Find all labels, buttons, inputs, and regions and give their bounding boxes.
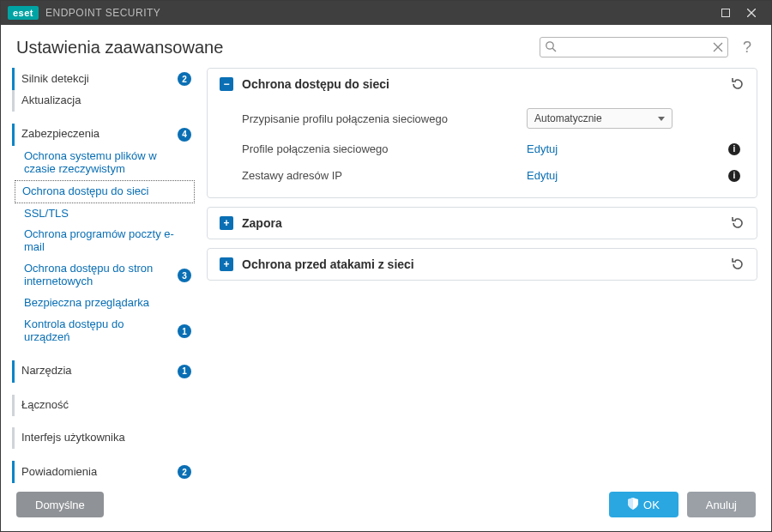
info-icon[interactable]: i xyxy=(728,170,740,182)
expand-icon[interactable]: + xyxy=(220,216,233,230)
page-header: Ustawienia zaawansowane ? xyxy=(1,25,771,64)
sidebar-item-label: Aktualizacja xyxy=(21,94,191,107)
badge: 4 xyxy=(178,128,191,142)
ok-button[interactable]: OK xyxy=(609,492,679,517)
window-maximize-button[interactable] xyxy=(713,1,739,25)
sidebar-item-label: Interfejs użytkownika xyxy=(21,432,191,444)
panel-2: +Ochrona przed atakami z sieci xyxy=(207,248,757,281)
sidebar-item-label: Łączność xyxy=(21,399,191,412)
setting-label: Przypisanie profilu połączenia siecioweg… xyxy=(242,112,518,125)
search-clear-button[interactable] xyxy=(713,40,723,56)
expand-icon[interactable]: + xyxy=(220,257,233,271)
panel-header[interactable]: −Ochrona dostępu do sieci xyxy=(208,69,757,100)
sidebar-item-label: Kontrola dostępu do urządzeń xyxy=(24,318,172,344)
sidebar-item-5[interactable]: SSL/TLS xyxy=(15,203,195,225)
setting-row-2: Zestawy adresów IPEdytuji xyxy=(208,162,757,189)
panel-header[interactable]: +Zapora xyxy=(208,208,757,239)
sidebar-item-label: Narzędzia xyxy=(21,365,172,378)
search-box xyxy=(540,37,728,57)
profile-select[interactable]: Automatycznie xyxy=(527,108,672,129)
setting-label: Profile połączenia sieciowego xyxy=(242,142,518,155)
badge: 2 xyxy=(178,72,191,86)
sidebar-item-4[interactable]: Ochrona dostępu do sieci xyxy=(15,180,195,203)
badge: 1 xyxy=(178,365,191,378)
shield-icon xyxy=(628,498,638,512)
titlebar: eset ENDPOINT SECURITY xyxy=(1,1,771,25)
panel-title: Zapora xyxy=(242,216,722,230)
sidebar-item-label: Ochrona systemu plików w czasie rzeczywi… xyxy=(24,150,191,176)
search-icon xyxy=(545,40,557,56)
revert-button[interactable] xyxy=(731,77,745,91)
info-cell: i xyxy=(724,143,745,155)
revert-icon xyxy=(731,257,745,271)
badge: 1 xyxy=(178,324,191,338)
sidebar-item-10[interactable]: Narzędzia1 xyxy=(12,360,195,383)
sidebar-item-label: Ochrona programów poczty e-mail xyxy=(24,228,191,254)
revert-icon xyxy=(731,77,745,91)
edit-link[interactable]: Edytuj xyxy=(527,169,558,182)
badge: 3 xyxy=(178,269,191,282)
svg-line-4 xyxy=(552,48,556,51)
cancel-button[interactable]: Anuluj xyxy=(687,492,756,517)
panel-body: Przypisanie profilu połączenia siecioweg… xyxy=(208,100,757,197)
close-icon xyxy=(747,9,756,17)
sidebar-item-12[interactable]: Interfejs użytkownika xyxy=(12,427,195,449)
sidebar-item-label: SSL/TLS xyxy=(24,208,191,221)
svg-point-3 xyxy=(546,42,553,49)
sidebar-item-3[interactable]: Ochrona systemu plików w czasie rzeczywi… xyxy=(15,146,195,180)
revert-button[interactable] xyxy=(731,216,745,230)
info-cell: i xyxy=(724,170,745,182)
setting-label: Zestawy adresów IP xyxy=(242,169,518,182)
product-name: ENDPOINT SECURITY xyxy=(45,7,160,19)
sidebar-item-1[interactable]: Aktualizacja xyxy=(12,90,195,112)
footer: Domyślne OK Anuluj xyxy=(1,492,771,531)
setting-value: Edytuj xyxy=(527,169,715,182)
sidebar-item-label: Zabezpieczenia xyxy=(21,128,172,141)
sidebar-item-label: Ochrona dostępu do sieci xyxy=(22,185,190,198)
setting-row-0: Przypisanie profilu połączenia siecioweg… xyxy=(208,101,757,136)
window-close-button[interactable] xyxy=(739,1,764,25)
sidebar-item-label: Ochrona dostępu do stron internetowych xyxy=(24,263,172,288)
clear-icon xyxy=(713,42,723,52)
sidebar-item-2[interactable]: Zabezpieczenia4 xyxy=(12,124,195,146)
panel-title: Ochrona przed atakami z sieci xyxy=(242,257,722,271)
sidebar-item-6[interactable]: Ochrona programów poczty e-mail xyxy=(15,224,195,258)
sidebar-item-11[interactable]: Łączność xyxy=(12,395,195,416)
setting-row-1: Profile połączenia sieciowegoEdytuji xyxy=(208,136,757,162)
revert-icon xyxy=(731,216,745,230)
defaults-button[interactable]: Domyślne xyxy=(16,492,104,517)
search-input[interactable] xyxy=(540,37,728,57)
brand: eset ENDPOINT SECURITY xyxy=(8,6,160,20)
badge: 2 xyxy=(178,465,191,479)
edit-link[interactable]: Edytuj xyxy=(527,142,558,155)
page-title: Ustawienia zaawansowane xyxy=(16,38,529,57)
info-icon[interactable]: i xyxy=(728,143,740,155)
main-content: −Ochrona dostępu do sieciPrzypisanie pro… xyxy=(207,68,757,483)
sidebar-item-13[interactable]: Powiadomienia2 xyxy=(12,461,195,483)
collapse-icon[interactable]: − xyxy=(220,77,233,91)
panel-header[interactable]: +Ochrona przed atakami z sieci xyxy=(208,249,757,280)
eset-logo: eset xyxy=(8,6,39,20)
sidebar-item-0[interactable]: Silnik detekcji2 xyxy=(12,68,195,90)
panel-0: −Ochrona dostępu do sieciPrzypisanie pro… xyxy=(207,68,757,198)
setting-value: Edytuj xyxy=(527,142,715,155)
panel-title: Ochrona dostępu do sieci xyxy=(242,77,722,91)
sidebar-item-label: Powiadomienia xyxy=(21,466,172,479)
help-button[interactable]: ? xyxy=(739,39,756,57)
ok-button-label: OK xyxy=(643,499,660,511)
sidebar-item-label: Silnik detekcji xyxy=(21,73,172,86)
svg-rect-0 xyxy=(722,9,730,17)
revert-button[interactable] xyxy=(731,257,745,271)
sidebar: Silnik detekcji2AktualizacjaZabezpieczen… xyxy=(15,68,195,483)
setting-value: Automatycznie xyxy=(527,108,715,129)
sidebar-item-9[interactable]: Kontrola dostępu do urządzeń1 xyxy=(15,314,195,348)
panel-1: +Zapora xyxy=(207,207,757,239)
sidebar-item-8[interactable]: Bezpieczna przeglądarka xyxy=(15,293,195,314)
maximize-icon xyxy=(721,9,730,17)
sidebar-item-label: Bezpieczna przeglądarka xyxy=(24,297,191,310)
sidebar-item-7[interactable]: Ochrona dostępu do stron internetowych3 xyxy=(15,258,195,293)
